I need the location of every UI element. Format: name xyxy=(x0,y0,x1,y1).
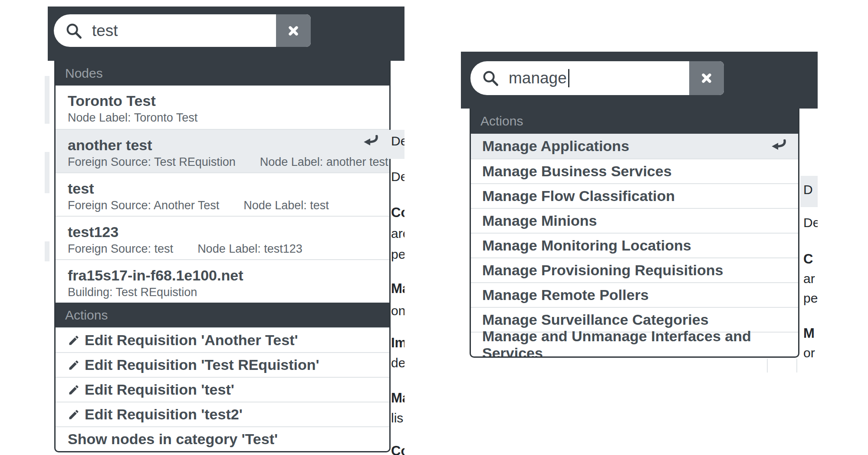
right-search-value: manage xyxy=(509,69,567,87)
magnifier-icon xyxy=(65,22,82,40)
pencil-icon xyxy=(68,384,80,396)
page-fragment: Im xyxy=(391,335,404,351)
menu-item-label: Manage Applications xyxy=(482,138,629,155)
left-search-input[interactable]: test xyxy=(54,14,311,47)
menu-item[interactable]: Manage Remote Pollers xyxy=(471,282,798,307)
page-fragment: M xyxy=(803,326,815,341)
menu-item-label: Manage Minions xyxy=(482,212,597,229)
menu-item-label: Manage Business Services xyxy=(482,163,672,180)
return-arrow-icon xyxy=(769,139,786,153)
menu-item[interactable]: Manage Business Services xyxy=(471,158,798,183)
node-title: fra15s17-in-f68.1e100.net xyxy=(68,266,389,285)
node-title: Toronto Test xyxy=(68,91,389,110)
menu-item-label: Manage and Unmanage Interfaces and Servi… xyxy=(482,328,798,358)
node-meta: Foreign Source: Another Test Node Label:… xyxy=(68,199,389,212)
page-background-band xyxy=(45,152,49,193)
page-table-line xyxy=(767,359,768,373)
node-meta-field: Foreign Source: Another Test xyxy=(68,199,219,212)
page-fragment: or xyxy=(803,345,815,361)
action-item-edit-requisition[interactable]: Edit Requisition 'test2' xyxy=(56,402,389,426)
menu-item[interactable]: Manage Provisioning Requisitions xyxy=(471,257,798,282)
node-meta-field: Node Label: test123 xyxy=(197,242,302,256)
x-icon xyxy=(700,71,713,85)
page-fragment: Co xyxy=(391,443,404,455)
pencil-icon xyxy=(68,334,80,346)
action-item-show-category[interactable]: Show nodes in category 'Test' xyxy=(56,426,389,451)
left-search-value: test xyxy=(92,22,118,40)
pencil-icon xyxy=(68,409,80,421)
text-cursor xyxy=(568,69,569,87)
page-fragment: De xyxy=(391,169,404,185)
clear-search-button[interactable] xyxy=(276,14,311,47)
menu-item-selected[interactable]: Manage Applications xyxy=(471,134,798,158)
node-meta-field: Node Label: Toronto Test xyxy=(68,111,197,125)
action-item-edit-requisition[interactable]: Edit Requisition 'Test REquistion' xyxy=(56,352,389,377)
menu-item-label: Manage Remote Pollers xyxy=(482,287,649,303)
magnifier-icon xyxy=(482,69,499,87)
clear-search-button[interactable] xyxy=(689,61,724,95)
page-fragment: Ma xyxy=(391,281,404,297)
section-header-actions: Actions xyxy=(471,109,798,134)
page-background-band xyxy=(45,76,49,124)
node-result-item[interactable]: test123 Foreign Source: test Node Label:… xyxy=(56,216,389,259)
right-search-results-dropdown: Actions Manage Applications Manage Busin… xyxy=(470,109,799,358)
page-fragment: ar xyxy=(803,271,815,287)
pencil-icon xyxy=(68,359,80,371)
page-table-line xyxy=(796,359,797,373)
menu-item[interactable]: Manage Monitoring Locations xyxy=(471,233,798,257)
menu-item[interactable]: Manage Minions xyxy=(471,208,798,233)
node-meta-field: Building: Test REquistion xyxy=(68,286,197,299)
right-search-input[interactable]: manage xyxy=(470,61,724,95)
node-result-item[interactable]: Toronto Test Node Label: Toronto Test xyxy=(56,86,389,129)
node-meta: Node Label: Toronto Test xyxy=(68,111,389,125)
page-fragment: Co xyxy=(391,205,404,221)
node-meta-field: Node Label: another test xyxy=(260,155,388,169)
page-fragment: D xyxy=(803,182,813,198)
node-meta: Foreign Source: test Node Label: test123 xyxy=(68,242,389,256)
action-label: Show nodes in category 'Test' xyxy=(68,431,278,448)
right-search-panel: manage xyxy=(461,52,818,109)
section-header-label: Actions xyxy=(480,114,523,129)
page-fragment: C xyxy=(803,251,813,267)
node-meta: Building: Test REquistion xyxy=(68,286,389,299)
node-title: test xyxy=(68,179,389,198)
action-item-edit-requisition[interactable]: Edit Requisition 'test' xyxy=(56,377,389,402)
node-meta-field: Node Label: test xyxy=(243,199,329,212)
node-result-item-selected[interactable]: another test Foreign Source: Test REquis… xyxy=(56,129,389,172)
section-header-label: Actions xyxy=(65,308,108,323)
action-label: Edit Requisition 'Another Test' xyxy=(85,332,298,349)
left-search-panel: test xyxy=(48,7,404,61)
return-arrow-icon xyxy=(362,135,378,149)
node-result-item[interactable]: test Foreign Source: Another Test Node L… xyxy=(56,172,389,216)
action-label: Edit Requisition 'Test REquistion' xyxy=(85,356,319,373)
page-fragment: lis xyxy=(391,410,403,426)
screenshot-canvas: test Nodes Toronto Test Node Label: Toro… xyxy=(0,0,868,455)
section-header-label: Nodes xyxy=(65,66,103,81)
node-title: another test xyxy=(68,135,389,155)
page-fragment: are xyxy=(391,226,404,241)
menu-item[interactable]: Manage Flow Classification xyxy=(471,183,798,208)
page-fragment: De xyxy=(803,215,818,231)
right-page-fragments: D De C ar pe M or xyxy=(802,0,818,455)
menu-item-label: Manage Monitoring Locations xyxy=(482,237,691,254)
left-search-results-dropdown: Nodes Toronto Test Node Label: Toronto T… xyxy=(54,61,391,452)
page-background-band xyxy=(45,241,49,261)
section-header-nodes: Nodes xyxy=(56,61,389,86)
action-label: Edit Requisition 'test2' xyxy=(85,406,243,423)
page-fragment: on xyxy=(391,303,404,319)
action-item-edit-requisition[interactable]: Edit Requisition 'Another Test' xyxy=(56,327,389,352)
node-meta: Foreign Source: Test REquistion Node Lab… xyxy=(68,155,389,169)
node-title: test123 xyxy=(68,222,389,241)
page-fragment: Ma xyxy=(391,390,404,406)
menu-item-label: Manage Surveillance Categories xyxy=(482,311,709,328)
left-page-fragments: De De Co are pe Ma on Im de Ma lis Co xyxy=(390,0,404,455)
menu-item[interactable]: Manage and Unmanage Interfaces and Servi… xyxy=(471,332,798,356)
page-fragment: pe xyxy=(391,247,404,262)
page-fragment: De xyxy=(391,133,404,149)
node-meta-field: Foreign Source: test xyxy=(68,242,173,256)
menu-item-label: Manage Provisioning Requisitions xyxy=(482,262,723,279)
page-fragment: de xyxy=(391,355,404,371)
action-label: Edit Requisition 'test' xyxy=(85,381,234,398)
node-result-item[interactable]: fra15s17-in-f68.1e100.net Building: Test… xyxy=(56,259,389,303)
section-header-actions: Actions xyxy=(56,303,389,327)
